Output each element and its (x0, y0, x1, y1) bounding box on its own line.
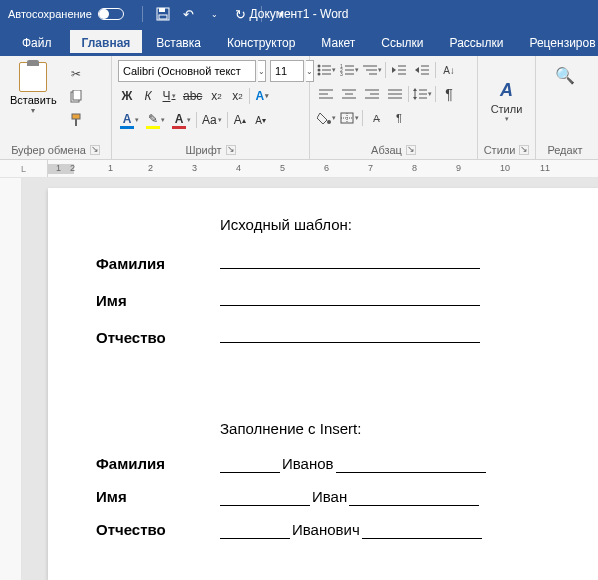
svg-rect-5 (72, 114, 80, 119)
chevron-down-icon[interactable]: ▾ (505, 115, 509, 123)
tab-review[interactable]: Рецензиров (517, 30, 598, 56)
bullets-button[interactable]: ▾ (316, 60, 336, 80)
blank-line (220, 251, 480, 269)
value-patronymic: Иванович (290, 521, 362, 538)
ruler-tick: 11 (540, 163, 550, 173)
align-left-icon (319, 88, 333, 100)
font-color-button[interactable]: A▾ (170, 110, 193, 130)
chevron-down-icon[interactable]: ▾ (31, 106, 35, 115)
strikethrough-button[interactable]: abc (181, 86, 204, 106)
underline-button[interactable]: Ч▾ (160, 86, 178, 106)
tab-home[interactable]: Главная (70, 30, 143, 56)
grow-font-button[interactable]: A▴ (231, 110, 249, 130)
tab-insert[interactable]: Вставка (144, 30, 213, 56)
justify-icon (388, 88, 402, 100)
font-size-combo[interactable] (270, 60, 304, 82)
editing-group-label: Редакт (542, 142, 588, 157)
tab-file[interactable]: Файл (6, 30, 68, 56)
increase-indent-button[interactable] (412, 60, 432, 80)
align-right-icon (365, 88, 379, 100)
vertical-ruler[interactable] (0, 178, 22, 580)
font-name-combo[interactable] (118, 60, 256, 82)
sort-button[interactable]: A↓ (439, 60, 459, 80)
superscript-button[interactable]: x2 (228, 86, 246, 106)
label-patronymic: Отчество (96, 329, 220, 346)
shrink-font-button[interactable]: A▾ (252, 110, 270, 130)
subscript-button[interactable]: x2 (207, 86, 225, 106)
align-left-button[interactable] (316, 84, 336, 104)
line-spacing-button[interactable]: ▾ (412, 84, 432, 104)
blank-line (220, 325, 480, 343)
scissors-icon: ✂ (71, 67, 81, 81)
font-name-dropdown[interactable]: ⌄ (258, 60, 266, 82)
clear-formatting-button[interactable]: A̶ (366, 108, 386, 128)
paste-button[interactable]: Вставить ▾ (6, 60, 61, 142)
value-name: Иван (310, 488, 349, 505)
copy-button[interactable] (65, 87, 87, 107)
svg-rect-1 (159, 8, 165, 12)
undo-icon[interactable]: ↶ (181, 6, 197, 22)
ruler-tick: 1 (56, 163, 61, 173)
borders-button[interactable]: ▾ (339, 108, 359, 128)
cut-button[interactable]: ✂ (65, 64, 87, 84)
change-case-button[interactable]: Aa▾ (200, 110, 224, 130)
paste-label: Вставить (10, 94, 57, 106)
shading-button[interactable]: ▾ (316, 108, 336, 128)
multilevel-button[interactable]: ▾ (362, 60, 382, 80)
tab-mailings[interactable]: Рассылки (438, 30, 516, 56)
find-button[interactable]: 🔍 (555, 66, 575, 85)
tab-references[interactable]: Ссылки (369, 30, 435, 56)
ruler-tick: 6 (324, 163, 329, 173)
filled-line: Иванович (220, 521, 482, 538)
section1-title: Исходный шаблон: (220, 216, 568, 233)
italic-button[interactable]: К (139, 86, 157, 106)
clipboard-dialog-launcher[interactable]: ↘ (90, 145, 100, 155)
document-page[interactable]: Исходный шаблон: Фамилия Имя Отчество За… (48, 188, 598, 580)
font-group-label: Шрифт (185, 142, 221, 157)
align-center-button[interactable] (339, 84, 359, 104)
svg-point-7 (317, 65, 320, 68)
ruler-tick: 7 (368, 163, 373, 173)
redo-icon[interactable]: ↻ (233, 6, 249, 22)
undo-dropdown-icon[interactable]: ⌄ (207, 6, 223, 22)
autosave-toggle[interactable] (98, 8, 124, 20)
tab-layout[interactable]: Макет (309, 30, 367, 56)
decrease-indent-button[interactable] (389, 60, 409, 80)
label-name: Имя (96, 488, 220, 505)
font-dialog-launcher[interactable]: ↘ (226, 145, 236, 155)
document-title: Документ1 - Word (249, 7, 348, 21)
styles-button[interactable]: A Стили ▾ (489, 84, 525, 118)
ruler-tick: 10 (500, 163, 510, 173)
svg-rect-2 (159, 15, 167, 19)
row-name-filled: Имя Иван (96, 488, 568, 505)
group-paragraph: ▾ 123▾ ▾ A↓ (310, 56, 478, 159)
search-icon: 🔍 (555, 66, 575, 85)
svg-point-9 (317, 69, 320, 72)
format-painter-button[interactable] (65, 110, 87, 130)
label-surname: Фамилия (96, 255, 220, 272)
bold-button[interactable]: Ж (118, 86, 136, 106)
ruler-tick: 1 (108, 163, 113, 173)
paste-icon (19, 62, 47, 92)
paragraph-marks-button[interactable]: ¶ (389, 108, 409, 128)
borders-icon (340, 112, 354, 124)
section2-title: Заполнение с Insert: (220, 420, 568, 437)
horizontal-ruler[interactable]: L 121234567891011 (0, 160, 598, 178)
show-marks-button[interactable]: ¶ (439, 84, 459, 104)
ruler-tick: 2 (148, 163, 153, 173)
save-icon[interactable] (155, 6, 171, 22)
tab-design[interactable]: Конструктор (215, 30, 307, 56)
highlight-button[interactable]: ✎▾ (144, 110, 167, 130)
font-color2-button[interactable]: A▾ (118, 110, 141, 130)
svg-point-44 (327, 120, 331, 124)
text-effects-button[interactable]: A▾ (253, 86, 271, 106)
align-right-button[interactable] (362, 84, 382, 104)
outdent-icon (392, 64, 406, 76)
numbering-button[interactable]: 123▾ (339, 60, 359, 80)
styles-dialog-launcher[interactable]: ↘ (519, 145, 529, 155)
svg-rect-6 (75, 119, 77, 126)
blank-line (220, 288, 480, 306)
justify-button[interactable] (385, 84, 405, 104)
value-surname: Иванов (280, 455, 336, 472)
paragraph-dialog-launcher[interactable]: ↘ (406, 145, 416, 155)
